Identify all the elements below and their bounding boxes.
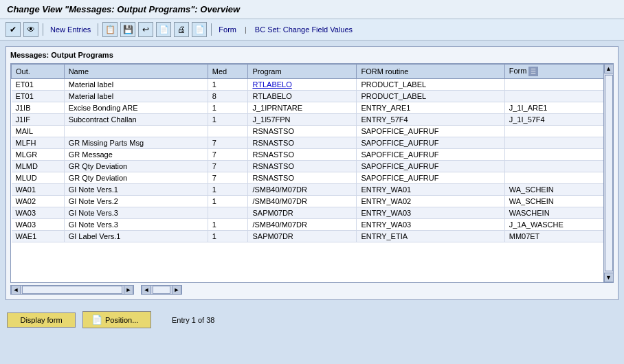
- display-mode-button[interactable]: 👁: [23, 22, 38, 37]
- cell-form_routine: ENTRY_57F4: [357, 114, 504, 126]
- cell-out: MLUD: [12, 172, 65, 184]
- data-table: Out. Name Med Program FORM routine Form …: [11, 64, 613, 242]
- cell-form: [504, 126, 612, 137]
- cell-form: [504, 79, 612, 91]
- display-form-button[interactable]: Display form: [7, 312, 76, 328]
- col-header-name: Name: [64, 65, 208, 79]
- cell-med: 7: [208, 149, 248, 161]
- cell-form_routine: ENTRY_WA01: [357, 184, 504, 196]
- table-row[interactable]: ET01Material label8RTLABELOPRODUCT_LABEL: [12, 91, 613, 102]
- separator-3: [211, 23, 212, 36]
- cell-name: GI Note Vers.3: [64, 219, 208, 231]
- scroll-h-thumb-2[interactable]: [153, 286, 170, 294]
- table-row[interactable]: J1IBExcise Bonding ARE1J_1IPRNTAREENTRY_…: [12, 102, 613, 114]
- horizontal-scrollbar-left[interactable]: ◄ ►: [10, 285, 134, 295]
- cell-program: /SMB40/M07DR: [248, 219, 357, 231]
- new-entries-button[interactable]: New Entries: [47, 24, 93, 35]
- vertical-scrollbar[interactable]: ▲ ▼: [603, 64, 613, 282]
- cell-out: MAIL: [12, 126, 65, 137]
- cell-out: WA02: [12, 196, 65, 207]
- cell-program: RTLABELO: [248, 79, 357, 91]
- bc-set-menu[interactable]: BC Set: Change Field Values: [252, 24, 355, 35]
- cell-program: J_1I57FPN: [248, 114, 357, 126]
- activate-button[interactable]: ✔: [5, 22, 21, 37]
- scroll-down-arrow[interactable]: ▼: [604, 273, 614, 282]
- table-row[interactable]: MLUDGR Qty Deviation7RSNASTSOSAPOFFICE_A…: [12, 172, 613, 184]
- print-button[interactable]: 🖨: [174, 22, 189, 37]
- table-row[interactable]: WA03GI Note Vers.31/SMB40/M07DRENTRY_WA0…: [12, 219, 613, 231]
- scroll-up-arrow[interactable]: ▲: [604, 64, 614, 73]
- scroll-left-arrow-2[interactable]: ◄: [142, 285, 151, 295]
- cell-form: J_1I_ARE1: [504, 102, 612, 114]
- table-scroll-area[interactable]: Out. Name Med Program FORM routine Form …: [11, 64, 613, 242]
- scroll-h-thumb[interactable]: [22, 286, 122, 294]
- cell-form: WA_SCHEIN: [504, 184, 612, 196]
- scroll-left-arrow[interactable]: ◄: [11, 285, 21, 295]
- table-row[interactable]: WA01GI Note Vers.11/SMB40/M07DRENTRY_WA0…: [12, 184, 613, 196]
- cell-form: [504, 149, 612, 161]
- cell-med: 1: [208, 196, 248, 207]
- position-button[interactable]: 📄 Position...: [82, 311, 151, 328]
- cell-form_routine: ENTRY_WA03: [357, 207, 504, 219]
- col-header-form-routine: FORM routine: [357, 65, 504, 79]
- panel-title: Messages: Output Programs: [10, 51, 614, 59]
- cell-form_routine: SAPOFFICE_AUFRUF: [357, 137, 504, 149]
- table-row[interactable]: MLFHGR Missing Parts Msg7RSNASTSOSAPOFFI…: [12, 137, 613, 149]
- toolbar: ✔ 👁 New Entries 📋 💾 ↩ 📄 🖨 📄 Form | BC Se…: [0, 19, 624, 41]
- cell-name: GI Note Vers.3: [64, 207, 208, 219]
- cell-form: J_1I_57F4: [504, 114, 612, 126]
- cell-form: [504, 161, 612, 172]
- table-container: Out. Name Med Program FORM routine Form …: [10, 63, 614, 283]
- scrollbar-h-container: ◄ ► ◄ ►: [10, 284, 614, 295]
- table-row[interactable]: WA03GI Note Vers.3SAPM07DRENTRY_WA03WASC…: [12, 207, 613, 219]
- table-row[interactable]: WAE1GI Label Vers.11SAPM07DRENTRY_ETIAMM…: [12, 231, 613, 242]
- cell-med: 1: [208, 231, 248, 242]
- table-row[interactable]: MLGRGR Message7RSNASTSOSAPOFFICE_AUFRUF: [12, 149, 613, 161]
- pdf-button[interactable]: 📄: [192, 22, 207, 37]
- scroll-right-arrow-2[interactable]: ►: [172, 285, 181, 295]
- main-content: Messages: Output Programs Out. Name Med …: [0, 41, 624, 306]
- column-settings-icon[interactable]: ☰: [528, 67, 538, 76]
- cell-form_routine: SAPOFFICE_AUFRUF: [357, 161, 504, 172]
- cell-program: J_1IPRNTARE: [248, 102, 357, 114]
- undo-button[interactable]: ↩: [138, 22, 153, 37]
- cell-name: GR Qty Deviation: [64, 172, 208, 184]
- form-menu[interactable]: Form: [216, 24, 239, 35]
- cell-med: 1: [208, 114, 248, 126]
- page-title: Change View "Messages: Output Programs":…: [7, 4, 240, 14]
- horizontal-scrollbar-right[interactable]: ◄ ►: [141, 285, 182, 295]
- table-row[interactable]: MAILRSNASTSOSAPOFFICE_AUFRUF: [12, 126, 613, 137]
- cell-med: 8: [208, 91, 248, 102]
- cell-out: WAE1: [12, 231, 65, 242]
- cell-name: Excise Bonding ARE: [64, 102, 208, 114]
- cell-form: MM07ET: [504, 231, 612, 242]
- table-row[interactable]: J1IFSubcontract Challan1J_1I57FPNENTRY_5…: [12, 114, 613, 126]
- scroll-right-arrow[interactable]: ►: [124, 285, 133, 295]
- cell-form: WASCHEIN: [504, 207, 612, 219]
- cell-med: [208, 126, 248, 137]
- cell-out: WA03: [12, 207, 65, 219]
- cell-name: GI Note Vers.2: [64, 196, 208, 207]
- cell-med: 7: [208, 172, 248, 184]
- col-header-out: Out.: [12, 65, 65, 79]
- scroll-thumb[interactable]: [605, 75, 613, 271]
- cell-form_routine: ENTRY_WA03: [357, 219, 504, 231]
- local-file-button[interactable]: 📄: [156, 22, 171, 37]
- save-button[interactable]: 💾: [120, 22, 135, 37]
- cell-med: 1: [208, 102, 248, 114]
- cell-out: ET01: [12, 91, 65, 102]
- cell-form_routine: PRODUCT_LABEL: [357, 79, 504, 91]
- copy-button[interactable]: 📋: [102, 22, 118, 37]
- table-row[interactable]: MLMDGR Qty Deviation7RSNASTSOSAPOFFICE_A…: [12, 161, 613, 172]
- cell-form_routine: ENTRY_ETIA: [357, 231, 504, 242]
- table-row[interactable]: ET01Material label1RTLABELOPRODUCT_LABEL: [12, 79, 613, 91]
- cell-out: WA03: [12, 219, 65, 231]
- cell-name: [64, 126, 208, 137]
- cell-program: RSNASTSO: [248, 126, 357, 137]
- table-row[interactable]: WA02GI Note Vers.21/SMB40/M07DRENTRY_WA0…: [12, 196, 613, 207]
- cell-med: [208, 207, 248, 219]
- panel: Messages: Output Programs Out. Name Med …: [5, 46, 619, 300]
- col-header-program: Program: [248, 65, 357, 79]
- cell-program: SAPM07DR: [248, 231, 357, 242]
- cell-med: 1: [208, 184, 248, 196]
